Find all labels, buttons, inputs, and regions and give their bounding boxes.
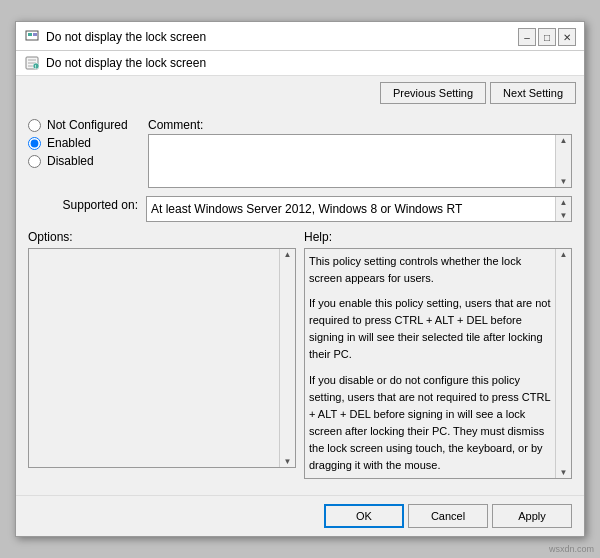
subtitle-text: Do not display the lock screen bbox=[46, 56, 206, 70]
help-scroll-up[interactable]: ▲ bbox=[560, 250, 568, 259]
help-box: This policy setting controls whether the… bbox=[304, 248, 572, 479]
title-controls: – □ ✕ bbox=[518, 28, 576, 46]
policy-icon: ! bbox=[24, 55, 40, 71]
help-label: Help: bbox=[304, 230, 572, 244]
ok-button[interactable]: OK bbox=[324, 504, 404, 528]
title-bar-left: Do not display the lock screen bbox=[24, 29, 206, 45]
radio-enabled-input[interactable] bbox=[28, 137, 41, 150]
comment-textarea[interactable] bbox=[149, 135, 555, 187]
help-content: This policy setting controls whether the… bbox=[305, 249, 555, 478]
window-icon bbox=[24, 29, 40, 45]
supported-value: At least Windows Server 2012, Windows 8 … bbox=[147, 197, 555, 221]
close-button[interactable]: ✕ bbox=[558, 28, 576, 46]
options-scrollbar: ▲ ▼ bbox=[279, 249, 295, 467]
radio-not-configured[interactable]: Not Configured bbox=[28, 118, 148, 132]
options-panel: Options: ▲ ▼ bbox=[28, 230, 296, 479]
options-content bbox=[29, 249, 279, 467]
help-scroll-down[interactable]: ▼ bbox=[560, 468, 568, 477]
radio-enabled[interactable]: Enabled bbox=[28, 136, 148, 150]
supported-box: At least Windows Server 2012, Windows 8 … bbox=[146, 196, 572, 222]
cancel-button[interactable]: Cancel bbox=[408, 504, 488, 528]
bottom-panels: Options: ▲ ▼ Help: This policy setting c… bbox=[28, 230, 572, 479]
options-box: ▲ ▼ bbox=[28, 248, 296, 468]
options-label: Options: bbox=[28, 230, 296, 244]
help-scrollbar: ▲ ▼ bbox=[555, 249, 571, 478]
top-config-row: Not Configured Enabled Disabled Comment: bbox=[28, 118, 572, 196]
radio-not-configured-input[interactable] bbox=[28, 119, 41, 132]
minimize-button[interactable]: – bbox=[518, 28, 536, 46]
supported-label: Supported on: bbox=[28, 196, 138, 212]
options-scroll-up[interactable]: ▲ bbox=[284, 250, 292, 259]
title-text: Do not display the lock screen bbox=[46, 30, 206, 44]
apply-button[interactable]: Apply bbox=[492, 504, 572, 528]
scroll-up-arrow[interactable]: ▲ bbox=[560, 136, 568, 145]
radio-disabled-input[interactable] bbox=[28, 155, 41, 168]
top-buttons: Previous Setting Next Setting bbox=[16, 76, 584, 110]
svg-rect-1 bbox=[28, 33, 32, 36]
scroll-down-arrow[interactable]: ▼ bbox=[560, 177, 568, 186]
subtitle-bar: ! Do not display the lock screen bbox=[16, 51, 584, 76]
options-scroll-down[interactable]: ▼ bbox=[284, 457, 292, 466]
comment-scrollbar: ▲ ▼ bbox=[555, 135, 571, 187]
previous-setting-button[interactable]: Previous Setting bbox=[380, 82, 486, 104]
radio-section: Not Configured Enabled Disabled bbox=[28, 118, 148, 168]
next-setting-button[interactable]: Next Setting bbox=[490, 82, 576, 104]
title-bar: Do not display the lock screen – □ ✕ bbox=[16, 22, 584, 51]
comment-section: Comment: ▲ ▼ bbox=[148, 118, 572, 188]
footer-buttons: OK Cancel Apply bbox=[16, 495, 584, 536]
supported-scroll-up[interactable]: ▲ bbox=[560, 198, 568, 207]
comment-box: ▲ ▼ bbox=[148, 134, 572, 188]
svg-rect-2 bbox=[33, 33, 37, 36]
maximize-button[interactable]: □ bbox=[538, 28, 556, 46]
supported-section: Supported on: At least Windows Server 20… bbox=[28, 196, 572, 222]
watermark: wsxdn.com bbox=[549, 544, 594, 554]
main-window: Do not display the lock screen – □ ✕ ! D… bbox=[15, 21, 585, 537]
help-panel: Help: This policy setting controls wheth… bbox=[304, 230, 572, 479]
supported-scroll-down[interactable]: ▼ bbox=[560, 211, 568, 220]
radio-disabled[interactable]: Disabled bbox=[28, 154, 148, 168]
comment-label: Comment: bbox=[148, 118, 572, 132]
content-area: Not Configured Enabled Disabled Comment: bbox=[16, 110, 584, 495]
supported-scrollbar: ▲ ▼ bbox=[555, 197, 571, 221]
